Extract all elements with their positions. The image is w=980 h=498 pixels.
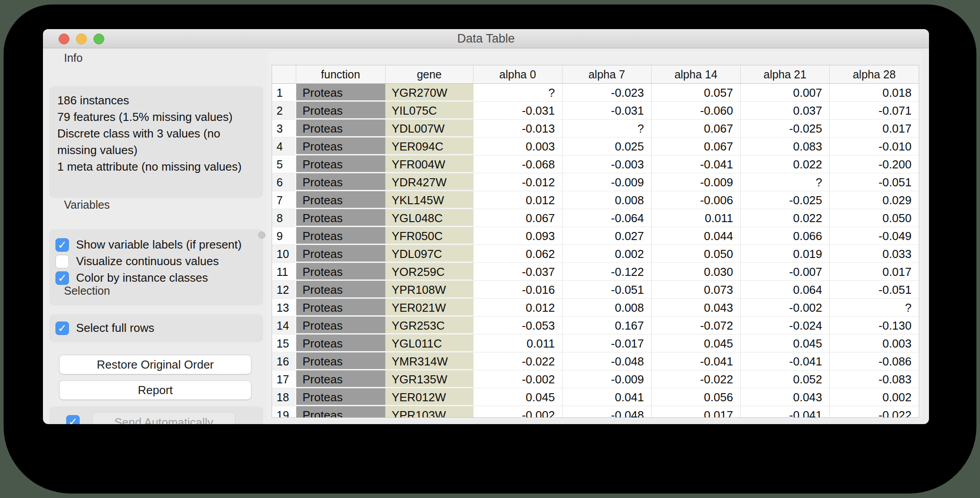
gene-cell[interactable]: YDR427W: [385, 173, 473, 191]
function-cell[interactable]: Proteas: [296, 281, 385, 299]
function-cell[interactable]: Proteas: [296, 299, 385, 317]
alpha21-cell[interactable]: 0.022: [741, 209, 830, 227]
column-header-alpha14[interactable]: alpha 14: [652, 65, 741, 84]
function-cell[interactable]: Proteas: [296, 137, 385, 155]
alpha21-cell[interactable]: 0.083: [741, 137, 830, 155]
function-cell[interactable]: Proteas: [296, 173, 385, 191]
gene-cell[interactable]: YGL048C: [385, 209, 473, 227]
alpha21-cell[interactable]: 0.045: [741, 335, 830, 352]
gene-cell[interactable]: YGR270W: [385, 84, 473, 102]
checkbox-icon[interactable]: ✓: [55, 238, 69, 252]
row-number-cell[interactable]: 15: [272, 335, 296, 352]
function-cell[interactable]: Proteas: [296, 245, 385, 263]
alpha0-cell[interactable]: -0.031: [473, 102, 562, 120]
table-row[interactable]: 3 Proteas YDL007W -0.013 ? 0.067 -0.025 …: [272, 120, 919, 137]
function-cell[interactable]: Proteas: [296, 370, 385, 388]
gene-cell[interactable]: YFR050C: [385, 227, 473, 245]
table-row[interactable]: 16 Proteas YMR314W -0.022 -0.048 -0.041 …: [272, 352, 919, 370]
function-cell[interactable]: Proteas: [296, 155, 385, 173]
corner-header-cell[interactable]: [272, 65, 296, 84]
row-number-cell[interactable]: 10: [272, 245, 296, 263]
alpha21-cell[interactable]: 0.066: [741, 227, 830, 245]
row-number-cell[interactable]: 17: [272, 370, 296, 388]
alpha21-cell[interactable]: 0.037: [741, 102, 830, 120]
color-by-class-checkbox-row[interactable]: ✓ Color by instance classes: [55, 270, 257, 285]
alpha0-cell[interactable]: 0.003: [473, 137, 562, 155]
function-cell[interactable]: Proteas: [296, 102, 385, 120]
gene-cell[interactable]: YFR004W: [385, 155, 473, 173]
alpha14-cell[interactable]: -0.060: [652, 102, 741, 120]
alpha21-cell[interactable]: -0.041: [741, 406, 830, 418]
alpha0-cell[interactable]: -0.068: [473, 155, 562, 173]
gene-cell[interactable]: YER094C: [385, 137, 473, 155]
data-table-scroll-area[interactable]: function gene alpha 0 alpha 7 alpha 14 a…: [272, 65, 919, 418]
gene-cell[interactable]: YDL007W: [385, 120, 473, 137]
function-cell[interactable]: Proteas: [296, 84, 385, 102]
column-header-function[interactable]: function: [296, 65, 385, 84]
send-automatically-button[interactable]: Send Automatically: [92, 412, 235, 424]
alpha21-cell[interactable]: 0.007: [741, 84, 830, 102]
table-row[interactable]: 1 Proteas YGR270W ? -0.023 0.057 0.007 0…: [272, 84, 919, 102]
row-number-cell[interactable]: 8: [272, 209, 296, 227]
restore-original-order-button[interactable]: Restore Original Order: [59, 355, 251, 374]
alpha28-cell[interactable]: -0.051: [830, 281, 919, 299]
table-row[interactable]: 8 Proteas YGL048C 0.067 -0.064 0.011 0.0…: [272, 209, 919, 227]
alpha28-cell[interactable]: -0.010: [830, 137, 919, 155]
alpha28-cell[interactable]: 0.003: [830, 335, 919, 352]
alpha0-cell[interactable]: -0.002: [473, 406, 562, 418]
column-header-gene[interactable]: gene: [385, 65, 473, 84]
table-row[interactable]: 12 Proteas YPR108W -0.016 -0.051 0.073 0…: [272, 281, 919, 299]
gene-cell[interactable]: YGR253C: [385, 317, 473, 335]
row-number-cell[interactable]: 14: [272, 317, 296, 335]
alpha0-cell[interactable]: -0.002: [473, 370, 562, 388]
alpha28-cell[interactable]: -0.086: [830, 352, 919, 370]
gene-cell[interactable]: YMR314W: [385, 352, 473, 370]
gene-cell[interactable]: YER021W: [385, 299, 473, 317]
alpha28-cell[interactable]: 0.029: [830, 191, 919, 209]
alpha7-cell[interactable]: 0.008: [562, 191, 651, 209]
alpha0-cell[interactable]: -0.037: [473, 263, 562, 281]
alpha21-cell[interactable]: ?: [741, 173, 830, 191]
function-cell[interactable]: Proteas: [296, 209, 385, 227]
alpha7-cell[interactable]: 0.025: [562, 137, 651, 155]
alpha14-cell[interactable]: 0.044: [652, 227, 741, 245]
alpha21-cell[interactable]: -0.024: [741, 317, 830, 335]
column-header-alpha21[interactable]: alpha 21: [741, 65, 830, 84]
alpha21-cell[interactable]: -0.025: [741, 191, 830, 209]
alpha21-cell[interactable]: 0.022: [741, 155, 830, 173]
table-row[interactable]: 17 Proteas YGR135W -0.002 -0.009 -0.022 …: [272, 370, 919, 388]
alpha21-cell[interactable]: 0.064: [741, 281, 830, 299]
alpha0-cell[interactable]: 0.012: [473, 191, 562, 209]
alpha28-cell[interactable]: -0.051: [830, 173, 919, 191]
alpha7-cell[interactable]: -0.009: [562, 173, 651, 191]
alpha28-cell[interactable]: -0.130: [830, 317, 919, 335]
alpha7-cell[interactable]: -0.048: [562, 406, 651, 418]
alpha7-cell[interactable]: -0.031: [562, 102, 651, 120]
alpha7-cell[interactable]: -0.122: [562, 263, 651, 281]
alpha28-cell[interactable]: -0.049: [830, 227, 919, 245]
alpha14-cell[interactable]: 0.067: [652, 137, 741, 155]
alpha14-cell[interactable]: -0.006: [652, 191, 741, 209]
alpha28-cell[interactable]: -0.200: [830, 155, 919, 173]
table-row[interactable]: 9 Proteas YFR050C 0.093 0.027 0.044 0.06…: [272, 227, 919, 245]
alpha21-cell[interactable]: 0.019: [741, 245, 830, 263]
alpha0-cell[interactable]: -0.012: [473, 173, 562, 191]
alpha14-cell[interactable]: -0.022: [652, 370, 741, 388]
function-cell[interactable]: Proteas: [296, 406, 385, 418]
alpha0-cell[interactable]: 0.062: [473, 245, 562, 263]
gene-cell[interactable]: YKL145W: [385, 191, 473, 209]
alpha14-cell[interactable]: 0.056: [652, 388, 741, 406]
function-cell[interactable]: Proteas: [296, 335, 385, 352]
alpha21-cell[interactable]: 0.043: [741, 388, 830, 406]
alpha28-cell[interactable]: 0.017: [830, 263, 919, 281]
alpha14-cell[interactable]: -0.009: [652, 173, 741, 191]
table-row[interactable]: 18 Proteas YER012W 0.045 0.041 0.056 0.0…: [272, 388, 919, 406]
alpha14-cell[interactable]: 0.043: [652, 299, 741, 317]
alpha28-cell[interactable]: 0.017: [830, 120, 919, 137]
table-row[interactable]: 13 Proteas YER021W 0.012 0.008 0.043 -0.…: [272, 299, 919, 317]
row-number-cell[interactable]: 13: [272, 299, 296, 317]
table-row[interactable]: 7 Proteas YKL145W 0.012 0.008 -0.006 -0.…: [272, 191, 919, 209]
alpha0-cell[interactable]: 0.045: [473, 388, 562, 406]
alpha28-cell[interactable]: -0.071: [830, 102, 919, 120]
alpha0-cell[interactable]: ?: [473, 84, 562, 102]
